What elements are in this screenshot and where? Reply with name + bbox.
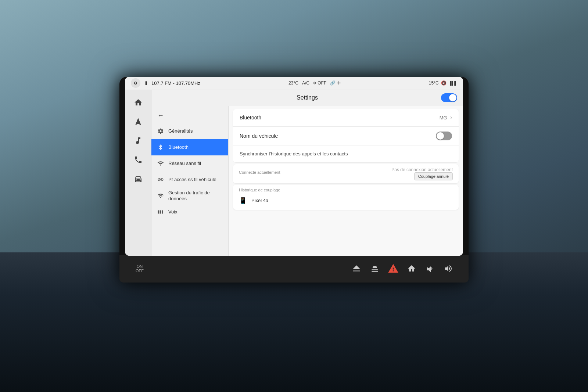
- history-device-name: Pixel 4a: [251, 198, 268, 203]
- menu-item-pt-acces[interactable]: Pt accès ss fil véhicule: [151, 172, 228, 188]
- gear-icon: [157, 127, 165, 135]
- rear-wiper-icon: [352, 264, 361, 273]
- no-connection-text: Pas de connexion actuellement: [391, 167, 453, 172]
- history-label: Historique de couplage: [239, 188, 453, 192]
- history-section: Historique de couplage 📱 Pixel 4a: [233, 185, 459, 210]
- vol-up-icon: [444, 264, 453, 273]
- signal-icon: [157, 192, 165, 200]
- settings-menu: ← Généralités: [151, 106, 229, 256]
- mute-icon: 🔇: [441, 80, 447, 86]
- screen-outer: ⚙ ⏸ 107,7 FM - 107.70MHz 23°C A/C ❄ OFF …: [119, 77, 469, 283]
- vol-down-button[interactable]: [421, 259, 439, 278]
- top-bar-left: ⚙ ⏸ 107,7 FM - 107.70MHz: [131, 78, 200, 88]
- menu-label-voix: Voix: [168, 209, 178, 215]
- bluetooth-label: Bluetooth: [240, 115, 440, 121]
- menu-label-pt-acces: Pt accès ss fil véhicule: [168, 177, 216, 183]
- signal-icon: ▐▌▌: [449, 81, 457, 85]
- top-bar-center: 23°C A/C ❄ OFF 🔗 ✛: [288, 80, 341, 86]
- car-icon: [134, 175, 143, 183]
- settings-body: ← Généralités: [151, 106, 463, 256]
- menu-item-gestion-trafic[interactable]: Gestion du trafic de données: [151, 188, 228, 204]
- music-icon: [134, 136, 143, 145]
- home-phys-icon: [407, 264, 416, 273]
- menu-label-generalites: Généralités: [168, 128, 193, 134]
- history-device-row[interactable]: 📱 Pixel 4a: [239, 194, 453, 207]
- top-bar-right: 15°C 🔇 ▐▌▌: [429, 80, 457, 86]
- bluetooth-icon: [157, 143, 165, 151]
- menu-label-gestion-trafic: Gestion du trafic de données: [168, 190, 223, 201]
- sidebar-nav: [125, 90, 151, 256]
- master-toggle-switch[interactable]: [441, 93, 457, 102]
- main-area: Settings ←: [125, 90, 463, 256]
- hazard-button[interactable]: [384, 259, 402, 278]
- history-phone-icon: 📱: [239, 197, 247, 205]
- top-temp: 15°C: [429, 80, 439, 86]
- vol-down-icon: [426, 264, 434, 273]
- physical-buttons-bar: ONOFF: [119, 255, 469, 283]
- sidebar-item-music[interactable]: [128, 132, 148, 150]
- back-arrow-icon: ←: [157, 112, 164, 119]
- pause-button[interactable]: ⏸: [143, 80, 148, 86]
- menu-item-voix[interactable]: Voix: [151, 204, 228, 220]
- screen-content: ⚙ ⏸ 107,7 FM - 107.70MHz 23°C A/C ❄ OFF …: [125, 77, 463, 256]
- sidebar-item-car[interactable]: [128, 170, 148, 188]
- connected-section: Connecté actuellement Pas de connexion a…: [233, 164, 459, 183]
- ac-label: A/C: [302, 80, 309, 86]
- settings-panel: Settings ←: [151, 90, 463, 256]
- media-station: 107,7 FM - 107.70MHz: [151, 80, 200, 86]
- front-heat-button[interactable]: [366, 259, 384, 278]
- extra-icons: 🔗 ✛: [330, 80, 340, 86]
- voix-icon: [157, 208, 165, 216]
- link-icon: [157, 176, 165, 184]
- back-button[interactable]: ←: [151, 108, 228, 123]
- master-toggle-container: [441, 93, 457, 102]
- settings-title: Settings: [297, 94, 318, 101]
- on-off-button[interactable]: ONOFF: [130, 259, 149, 278]
- connected-left: Connecté actuellement: [239, 167, 280, 175]
- front-heat-icon: [370, 264, 380, 273]
- ac-status: ❄ OFF: [313, 80, 326, 86]
- settings-content-area: Bluetooth MG › Nom du véhicule: [229, 106, 463, 256]
- sidebar-item-navigation[interactable]: [128, 113, 148, 130]
- top-status-bar: ⚙ ⏸ 107,7 FM - 107.70MHz 23°C A/C ❄ OFF …: [125, 77, 463, 90]
- home-icon: [134, 98, 143, 107]
- master-toggle-knob: [449, 94, 456, 101]
- sidebar-item-phone[interactable]: [128, 151, 148, 169]
- navigation-icon: [134, 117, 143, 126]
- sync-label: Synchroniser l'historique des appels et …: [240, 151, 452, 157]
- settings-header: Settings: [151, 90, 463, 106]
- cancel-pairing-button[interactable]: Couplage annulé: [414, 172, 453, 180]
- menu-item-bluetooth[interactable]: Bluetooth: [151, 139, 228, 155]
- vol-up-button[interactable]: [439, 259, 458, 278]
- menu-item-reseau[interactable]: Réseau sans fil: [151, 155, 228, 172]
- rear-wiper-button[interactable]: [347, 259, 366, 278]
- phone-icon: [134, 155, 143, 164]
- nom-vehicule-label: Nom du véhicule: [240, 133, 436, 139]
- menu-item-generalites[interactable]: Généralités: [151, 123, 228, 139]
- hazard-icon: [388, 263, 399, 274]
- chevron-right-icon: ›: [450, 114, 452, 121]
- sidebar-item-home[interactable]: [128, 94, 148, 111]
- nom-vehicule-toggle[interactable]: [436, 132, 452, 140]
- connected-header: Connecté actuellement Pas de connexion a…: [239, 167, 453, 180]
- nom-vehicule-row[interactable]: Nom du véhicule: [233, 127, 459, 145]
- connected-label: Connecté actuellement: [239, 167, 280, 175]
- temperature-display: 23°C: [288, 80, 298, 86]
- screen-bezel: ⚙ ⏸ 107,7 FM - 107.70MHz 23°C A/C ❄ OFF …: [125, 77, 463, 256]
- wifi-icon: [157, 159, 165, 168]
- menu-label-bluetooth: Bluetooth: [168, 144, 189, 150]
- nom-vehicule-toggle-knob: [437, 132, 444, 140]
- home-phys-button[interactable]: [402, 259, 421, 278]
- menu-label-reseau: Réseau sans fil: [168, 161, 201, 166]
- connected-right: Pas de connexion actuellement Couplage a…: [391, 167, 453, 180]
- bluetooth-value: MG: [440, 115, 447, 121]
- bluetooth-main-row[interactable]: Bluetooth MG ›: [233, 109, 459, 127]
- sync-row: Synchroniser l'historique des appels et …: [233, 145, 459, 163]
- media-settings-icon: ⚙: [131, 78, 140, 88]
